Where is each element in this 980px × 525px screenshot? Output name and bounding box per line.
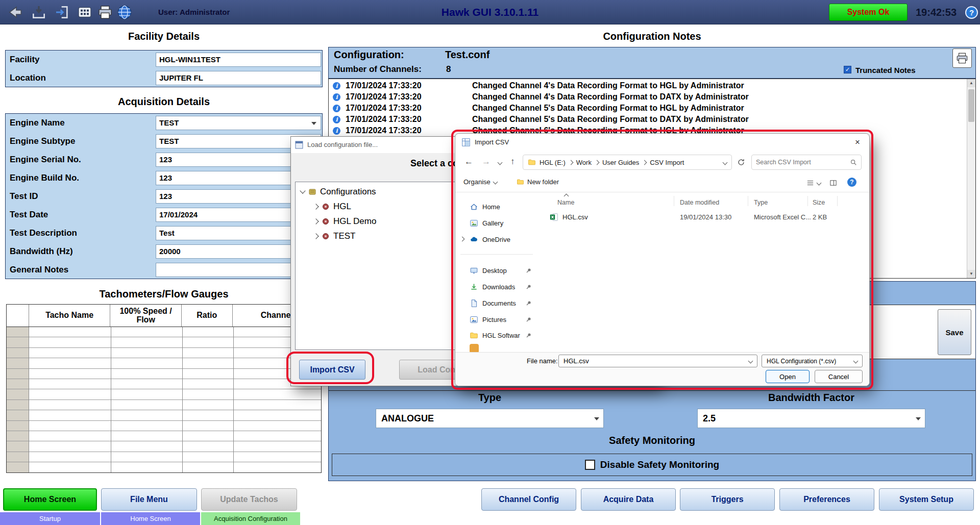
nav-system-setup[interactable]: System Setup xyxy=(879,488,974,511)
breadcrumb-user-guides[interactable]: User Guides xyxy=(602,159,639,166)
sidebar-item-hgl-software[interactable]: HGL Softwar xyxy=(455,328,538,343)
search-box[interactable] xyxy=(751,155,862,170)
expander-closed-icon[interactable] xyxy=(313,218,318,224)
scrollbar-thumb[interactable] xyxy=(968,89,974,122)
type-select[interactable]: ANALOGUE xyxy=(376,409,604,428)
import-csv-window-icon xyxy=(461,138,471,148)
expander-closed-icon[interactable] xyxy=(313,204,318,209)
tree-item-hgl-demo[interactable]: HGL Demo xyxy=(314,215,376,228)
cancel-button[interactable]: Cancel xyxy=(815,370,863,383)
import-csv-button[interactable]: Import CSV xyxy=(299,360,365,380)
disable-safety-checkbox[interactable] xyxy=(585,460,595,470)
tacho-table: Tacho Name 100% Speed / Flow Ratio Chann… xyxy=(6,304,322,473)
search-input[interactable] xyxy=(756,159,850,166)
column-header-date-modified[interactable]: Date modified xyxy=(680,199,719,206)
nav-preferences[interactable]: Preferences xyxy=(779,488,874,511)
sidebar-item-home[interactable]: Home xyxy=(455,199,538,214)
engine-name-value: TEST xyxy=(159,118,179,127)
general-notes-row: General Notes xyxy=(6,261,322,279)
expander-closed-icon[interactable] xyxy=(313,233,318,239)
nav-home-screen[interactable]: Home Screen xyxy=(3,488,97,511)
tacho-table-body[interactable] xyxy=(7,327,321,472)
tree-item-test[interactable]: TEST xyxy=(314,230,355,243)
note-text: Changed Channel 5's Data Recording Forma… xyxy=(472,104,744,113)
tab-home-screen[interactable]: Home Screen xyxy=(101,512,200,525)
tree-root-item[interactable]: Configurations xyxy=(301,185,376,198)
sidebar-item-desktop[interactable]: Desktop xyxy=(455,263,538,278)
column-header-size[interactable]: Size xyxy=(813,199,825,206)
preview-pane-icon[interactable] xyxy=(829,179,837,188)
nav-channel-config[interactable]: Channel Config xyxy=(481,488,576,511)
facility-input[interactable]: HGL-WIN11TEST xyxy=(156,53,321,67)
address-dropdown-icon[interactable] xyxy=(723,160,728,165)
explorer-help-icon[interactable]: ? xyxy=(847,178,856,187)
tab-acquisition-configuration[interactable]: Acquisition Configuration xyxy=(201,512,300,525)
note-time: 17/01/2024 17:33:20 xyxy=(346,92,422,102)
print-notes-button[interactable] xyxy=(952,48,972,68)
column-divider xyxy=(748,196,748,206)
organise-button[interactable]: Organise xyxy=(463,178,497,186)
expander-icon[interactable] xyxy=(460,237,465,242)
file-row-hgl-csv[interactable]: HGL.csv 19/01/2024 13:30 Microsoft Excel… xyxy=(542,211,862,223)
note-row[interactable]: 17/01/2024 17:33:20 Changed Channel 5's … xyxy=(329,115,975,126)
tree-item-label: HGL xyxy=(333,202,351,212)
engine-name-row: Engine Name TEST xyxy=(6,114,322,132)
sidebar-item-gallery[interactable]: Gallery xyxy=(455,215,538,231)
bandwidth-factor-select[interactable]: 2.5 xyxy=(697,409,925,428)
open-button[interactable]: Open xyxy=(766,370,810,383)
disable-safety-row: Disable Safety Monitoring xyxy=(332,454,972,476)
nav-file-menu[interactable]: File Menu xyxy=(101,488,197,511)
file-type-combo[interactable]: HGL Configuration (*.csv) xyxy=(762,355,863,367)
pin-icon xyxy=(526,284,532,290)
new-folder-button[interactable]: New folder xyxy=(517,178,559,186)
nav-history-chevron-icon[interactable] xyxy=(498,160,503,165)
type-label: Type xyxy=(376,392,604,404)
note-row[interactable]: 17/01/2024 17:33:20 Changed Channel 4's … xyxy=(329,92,975,104)
nav-button-label: System Setup xyxy=(899,495,953,504)
address-bar[interactable]: HGL (E:) Work User Guides CSV Import xyxy=(523,155,732,170)
file-name-value: HGL.csv xyxy=(564,357,589,365)
close-icon[interactable] xyxy=(846,134,869,151)
bandwidth-factor-label: Bandwidth Factor xyxy=(697,392,925,404)
engine-name-label: Engine Name xyxy=(10,114,65,132)
save-button[interactable]: Save xyxy=(938,309,971,355)
expander-open-icon[interactable] xyxy=(300,188,305,193)
column-header-name[interactable]: Name xyxy=(557,199,574,206)
engine-name-select[interactable]: TEST xyxy=(156,116,321,130)
help-icon[interactable] xyxy=(965,6,978,19)
config-item-icon xyxy=(322,203,330,211)
nav-up-icon[interactable] xyxy=(510,157,515,167)
note-row[interactable]: 17/01/2024 17:33:20 Changed Channel 5's … xyxy=(329,104,975,115)
breadcrumb-csv-import[interactable]: CSV Import xyxy=(650,159,684,166)
breadcrumb-work[interactable]: Work xyxy=(576,159,592,166)
location-input[interactable]: JUPITER FL xyxy=(156,71,321,85)
nav-forward-icon[interactable] xyxy=(482,157,491,167)
scroll-down-icon[interactable]: ▼ xyxy=(967,270,975,278)
info-icon xyxy=(333,82,340,90)
tacho-ratio-header: Ratio xyxy=(182,305,233,327)
scroll-up-icon[interactable]: ▲ xyxy=(967,79,975,87)
new-folder-label: New folder xyxy=(527,178,559,186)
sidebar-item-downloads[interactable]: Downloads xyxy=(455,279,538,294)
save-button-label: Save xyxy=(945,328,963,337)
breadcrumb-drive[interactable]: HGL (E:) xyxy=(540,159,566,166)
breadcrumb-separator-icon xyxy=(594,160,599,165)
sidebar-item-documents[interactable]: Documents xyxy=(455,295,538,311)
file-name-combo[interactable]: HGL.csv xyxy=(558,355,757,367)
tree-item-hgl[interactable]: HGL xyxy=(314,200,351,213)
note-row[interactable]: 17/01/2024 17:33:20 Changed Channel 4's … xyxy=(329,81,975,92)
nav-triggers[interactable]: Triggers xyxy=(680,488,775,511)
nav-back-icon[interactable] xyxy=(464,157,473,167)
truncated-notes-checkbox[interactable] xyxy=(844,66,851,73)
sidebar-item-onedrive[interactable]: OneDrive xyxy=(455,232,538,247)
sidebar-item-pictures[interactable]: Pictures xyxy=(455,312,538,327)
column-header-type[interactable]: Type xyxy=(754,199,768,206)
refresh-icon[interactable] xyxy=(737,158,745,168)
engine-subtype-label: Engine Subtype xyxy=(10,132,75,151)
import-dialog-titlebar[interactable]: Import CSV xyxy=(455,134,869,151)
notes-scrollbar[interactable]: ▲ ▼ xyxy=(967,79,975,278)
system-status-button[interactable]: System Ok xyxy=(829,4,908,21)
nav-acquire-data[interactable]: Acquire Data xyxy=(581,488,676,511)
tab-startup[interactable]: Startup xyxy=(0,512,100,525)
view-mode-button[interactable] xyxy=(806,179,821,187)
